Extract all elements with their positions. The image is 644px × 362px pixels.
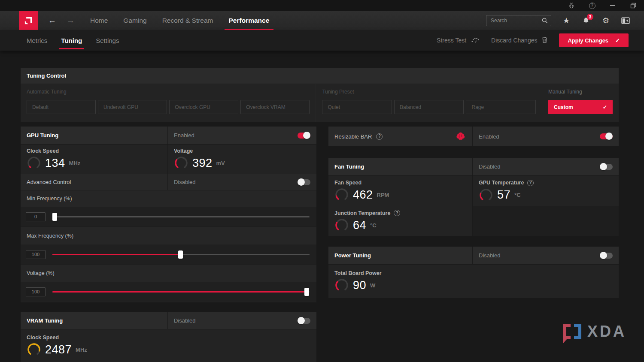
gpu-temperature-gauge-icon xyxy=(479,188,493,202)
voltage-gauge-icon xyxy=(174,156,188,170)
tuning-control-header: Tuning Control xyxy=(21,68,619,84)
max-frequency-slider-row xyxy=(21,244,316,264)
voltage-pct-input[interactable] xyxy=(26,287,46,296)
resizable-bar-label-cell: Resizable BAR ? xyxy=(328,127,472,146)
balanced-preset-button[interactable]: Balanced xyxy=(394,100,464,114)
gpu-tuning-header-row: GPU Tuning Enabled xyxy=(21,127,316,145)
min-frequency-slider-handle[interactable] xyxy=(52,213,57,221)
power-tuning-header-row: Power Tuning Disabled xyxy=(328,247,619,265)
voltage-label: Voltage xyxy=(174,148,310,154)
resizable-bar-panel: Resizable BAR ? Enabled xyxy=(328,127,619,146)
navbar-right-controls: ★ 3 ⚙ xyxy=(486,15,644,26)
min-frequency-input[interactable] xyxy=(26,212,46,221)
forward-icon[interactable]: → xyxy=(67,16,75,25)
fan-speed-gauge-icon xyxy=(334,187,349,202)
gpu-tuning-toggle[interactable] xyxy=(298,133,310,139)
junction-temperature-gauge-icon xyxy=(334,218,349,232)
vram-clock-speed-value: 2487 xyxy=(45,343,72,356)
fan-speed-metric: Fan Speed 462 RPM xyxy=(328,176,472,206)
undervolt-gpu-button[interactable]: Undervolt GPU xyxy=(98,100,167,114)
tab-settings[interactable]: Settings xyxy=(89,30,126,51)
gpu-temperature-help-icon[interactable]: ? xyxy=(527,180,534,186)
overclock-vram-button[interactable]: Overclock VRAM xyxy=(240,100,310,114)
favorites-star-icon[interactable]: ★ xyxy=(562,16,571,25)
min-frequency-slider[interactable] xyxy=(52,216,310,217)
vram-tuning-panel: VRAM Tuning Disabled Clock Speed 2487 xyxy=(21,312,316,362)
advanced-control-status: Disabled xyxy=(174,179,196,185)
check-icon: ✓ xyxy=(615,37,620,44)
notification-badge: 3 xyxy=(587,14,593,20)
tuning-control-title: Tuning Control xyxy=(27,72,66,79)
max-frequency-slider[interactable] xyxy=(52,254,310,255)
max-frequency-slider-handle[interactable] xyxy=(178,250,183,259)
total-board-power-value: 90 xyxy=(353,279,366,292)
gpu-gauges-row: Clock Speed 134 MHz Voltage xyxy=(21,145,316,174)
stress-test-button[interactable]: Stress Test xyxy=(437,36,480,45)
overclock-gpu-button[interactable]: Overclock GPU xyxy=(169,100,238,114)
clock-speed-metric: Clock Speed 134 MHz xyxy=(21,145,167,174)
fan-gauges-row-2: Junction Temperature ? 64 °C xyxy=(328,206,619,236)
minimize-icon[interactable] xyxy=(609,2,617,9)
advanced-control-toggle[interactable] xyxy=(298,179,310,185)
custom-button-label: Custom xyxy=(554,104,573,110)
fan-tuning-status-cell: Disabled xyxy=(472,158,619,175)
apply-changes-button[interactable]: Apply Changes ✓ xyxy=(559,33,629,47)
voltage-pct-label-row: Voltage (%) xyxy=(21,264,316,282)
tuning-control-body: Automatic Tuning Default Undervolt GPU O… xyxy=(21,84,619,122)
default-button[interactable]: Default xyxy=(27,100,96,114)
manual-tuning-group: Manual Tuning Custom ✓ xyxy=(542,84,619,122)
advanced-control-label: Advanced Control xyxy=(27,179,71,185)
overlay-panel-icon[interactable] xyxy=(621,16,630,25)
stress-gauge-icon xyxy=(471,36,480,45)
resizable-bar-status-cell: Enabled xyxy=(472,127,619,146)
clock-speed-gauge-icon xyxy=(27,156,41,170)
trash-icon xyxy=(541,36,548,45)
vram-tuning-status: Disabled xyxy=(174,317,196,324)
nav-item-record-stream[interactable]: Record & Stream xyxy=(155,11,221,30)
voltage-pct-slider[interactable] xyxy=(52,291,310,293)
search-icon[interactable] xyxy=(541,17,548,26)
junction-temperature-unit: °C xyxy=(370,222,377,229)
settings-gear-icon[interactable]: ⚙ xyxy=(601,16,611,25)
nav-tabs: Home Gaming Record & Stream Performance xyxy=(82,11,277,30)
total-board-power-label: Total Board Power xyxy=(334,270,613,276)
rage-preset-button[interactable]: Rage xyxy=(466,100,536,114)
max-frequency-input[interactable] xyxy=(26,250,46,259)
vram-tuning-toggle[interactable] xyxy=(298,318,310,324)
power-tuning-toggle[interactable] xyxy=(600,253,613,259)
fan-tuning-toggle[interactable] xyxy=(600,164,613,170)
voltage-pct-slider-handle[interactable] xyxy=(304,288,309,296)
tuning-control-panel: Tuning Control Automatic Tuning Default … xyxy=(21,68,619,122)
voltage-value: 392 xyxy=(192,157,213,170)
quiet-preset-button[interactable]: Quiet xyxy=(322,100,392,114)
stress-test-label: Stress Test xyxy=(437,37,466,44)
restore-window-icon[interactable] xyxy=(629,2,637,9)
notifications-bell-icon[interactable]: 3 xyxy=(581,16,591,25)
junction-temperature-metric: Junction Temperature ? 64 °C xyxy=(328,206,472,236)
main-navbar: ← → Home Gaming Record & Stream Performa… xyxy=(0,11,644,30)
resizable-bar-toggle[interactable] xyxy=(600,133,613,139)
gpu-tuning-panel: GPU Tuning Enabled Clock Speed xyxy=(21,127,316,302)
smart-access-memory-brain-icon xyxy=(455,131,466,142)
bug-report-icon[interactable] xyxy=(568,2,575,9)
custom-tuning-button[interactable]: Custom ✓ xyxy=(548,100,613,114)
nav-item-home[interactable]: Home xyxy=(82,11,115,30)
back-icon[interactable]: ← xyxy=(48,16,56,25)
tab-metrics[interactable]: Metrics xyxy=(20,30,54,51)
resizable-bar-help-icon[interactable]: ? xyxy=(376,133,383,140)
vram-tuning-status-cell: Disabled xyxy=(167,312,316,329)
total-board-power-metric: Total Board Power 90 W xyxy=(328,265,619,298)
fan-speed-unit: RPM xyxy=(377,192,389,198)
nav-item-performance[interactable]: Performance xyxy=(221,11,277,30)
discard-changes-button[interactable]: Discard Changes xyxy=(491,36,548,45)
total-board-power-unit: W xyxy=(370,282,375,289)
help-icon[interactable]: ? xyxy=(588,2,596,9)
power-tuning-title-cell: Power Tuning xyxy=(328,247,472,264)
search-input[interactable] xyxy=(486,18,568,24)
junction-temperature-help-icon[interactable]: ? xyxy=(394,210,400,216)
voltage-metric: Voltage 392 mV xyxy=(167,145,316,174)
nav-item-gaming[interactable]: Gaming xyxy=(115,11,154,30)
voltage-unit: mV xyxy=(216,160,225,166)
amd-logo[interactable] xyxy=(19,11,38,30)
tab-tuning[interactable]: Tuning xyxy=(54,30,89,51)
